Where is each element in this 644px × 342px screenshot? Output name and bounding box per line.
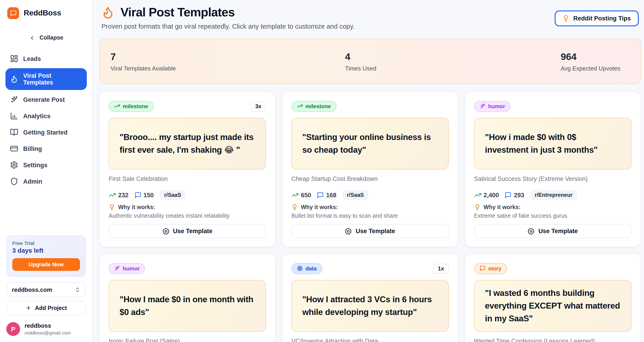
reddit-posting-tips-button[interactable]: Reddit Posting Tips <box>555 10 638 26</box>
upgrade-now-button[interactable]: Upgrade Now <box>12 258 80 271</box>
template-quote: "I wasted 6 months building everything E… <box>485 287 620 325</box>
quote-box: "How I made $0 in one month with $0 ads" <box>109 280 266 332</box>
uses-count-badge: 3x <box>251 101 266 111</box>
template-card[interactable]: data 1x "How I attracted 3 VCs in 6 hour… <box>282 254 458 342</box>
stat-value: 964 <box>560 51 620 62</box>
trending-up-icon <box>474 191 481 198</box>
category-badge: humor <box>109 263 145 274</box>
trial-label: Free Trial <box>12 240 80 246</box>
flame-icon <box>102 6 114 19</box>
project-select-value: reddboss.com <box>12 286 52 293</box>
brand-name: ReddBoss <box>24 9 61 18</box>
comments-stat: 150 <box>134 192 154 198</box>
card-stats-row: 650 168 r/SaaS <box>292 190 449 200</box>
category-badge: humor <box>474 101 510 112</box>
sidebar-item-viral-post-templates[interactable]: Viral Post Templates <box>6 68 87 90</box>
user-name: reddboss <box>24 322 71 329</box>
trending-up-icon <box>109 191 116 198</box>
lightbulb-icon <box>562 15 569 22</box>
project-select[interactable]: reddboss.com <box>6 282 86 297</box>
use-template-button[interactable]: Use Template <box>109 224 266 238</box>
sidebar-item-getting-started[interactable]: Getting Started <box>6 126 87 139</box>
card-stats-row: 232 150 r/SaaS <box>109 190 266 200</box>
stat-value: 4 <box>345 51 561 62</box>
chat-bubble-icon <box>10 10 16 16</box>
stat-avg-expected-upvotes: 964 Avg Expected Upvotes <box>560 51 620 72</box>
uses-count-badge: 1x <box>434 263 449 273</box>
add-project-button[interactable]: Add Project <box>6 301 86 315</box>
stat-value: 7 <box>110 51 345 62</box>
collapse-label: Collapse <box>40 34 63 41</box>
comments-stat: 168 <box>317 192 336 198</box>
plus-icon <box>26 305 31 311</box>
template-quote: "How I attracted 3 VCs in 6 hours while … <box>302 293 438 318</box>
message-square-icon <box>480 266 485 271</box>
quote-box: "How I attracted 3 VCs in 6 hours while … <box>292 280 449 332</box>
subreddit-badge: r/SaaS <box>342 190 368 200</box>
chevrons-up-down-icon <box>74 286 80 292</box>
comment-icon <box>505 192 512 198</box>
gear-icon <box>10 161 18 169</box>
template-title: First Sale Celebration <box>109 176 266 182</box>
sidebar-item-generate-post[interactable]: Generate Post <box>6 93 87 106</box>
category-badge: milestone <box>109 101 154 112</box>
chevron-left-icon <box>29 35 35 41</box>
category-badge: story <box>474 263 507 274</box>
subreddit-badge: r/SaaS <box>160 190 186 200</box>
sparkles-icon <box>480 103 485 109</box>
sidebar-nav: Leads Viral Post Templates Generate Post… <box>6 52 87 188</box>
stat-times-used: 4 Times Used <box>345 51 561 72</box>
why-it-works-row: Why it works: <box>474 204 631 210</box>
card-stats-row: 2,400 293 r/Entrepreneur <box>474 190 631 200</box>
avatar: P <box>6 322 20 336</box>
template-quote: "How I made $0 in one month with $0 ads" <box>120 293 255 318</box>
sidebar: ReddBoss Collapse Leads Viral Post Templ… <box>0 0 93 342</box>
stat-viral-templates-available: 7 Viral Templates Available <box>110 51 345 72</box>
user-email: reddboss@gmail.com <box>24 330 71 336</box>
use-template-button[interactable]: Use Template <box>474 224 631 238</box>
template-card[interactable]: milestone "Starting your online business… <box>282 91 458 247</box>
sparkles-icon <box>10 96 18 104</box>
badge-row: humor <box>474 100 631 112</box>
sidebar-item-analytics[interactable]: Analytics <box>6 109 87 123</box>
badge-row: humor <box>109 263 266 274</box>
template-title: Wasted Time Confession (Lessons Learned) <box>474 338 631 342</box>
why-it-works-text: Extreme satire of fake success gurus <box>474 213 631 219</box>
why-it-works-row: Why it works: <box>109 204 266 210</box>
template-title: Ironic Failure Post (Satire) <box>109 338 266 342</box>
title-block: Viral Post Templates Proven post formats… <box>99 6 354 30</box>
trending-up-icon <box>114 103 120 109</box>
template-card[interactable]: humor "How i made $0 with 0$ investment … <box>464 91 641 247</box>
circle-dot-icon <box>162 228 169 235</box>
collapse-button[interactable]: Collapse <box>6 34 87 41</box>
template-card[interactable]: milestone 3x "Brooo.... my startup just … <box>99 91 276 247</box>
user-menu[interactable]: P reddboss reddboss@gmail.com <box>6 322 87 336</box>
sidebar-item-leads[interactable]: Leads <box>6 52 87 66</box>
lightbulb-icon <box>474 204 480 210</box>
template-title: Satirical Success Story (Extreme Version… <box>474 176 631 182</box>
sidebar-item-settings[interactable]: Settings <box>6 158 87 172</box>
upvotes-stat: 2,400 <box>474 191 499 198</box>
trending-up-icon <box>292 191 299 198</box>
upvotes-stat: 232 <box>109 191 128 198</box>
templates-grid: milestone 3x "Brooo.... my startup just … <box>99 91 641 342</box>
use-template-button[interactable]: Use Template <box>292 224 449 238</box>
comments-stat: 293 <box>505 192 524 198</box>
comment-icon <box>317 192 324 198</box>
trial-days-left: 3 days left <box>12 246 80 254</box>
stat-label: Viral Templates Available <box>110 65 345 72</box>
target-icon <box>297 266 303 271</box>
sidebar-item-billing[interactable]: Billing <box>6 142 87 156</box>
brand: ReddBoss <box>6 7 87 19</box>
layout-grid-icon <box>10 54 18 63</box>
circle-dot-icon <box>528 228 535 235</box>
template-card[interactable]: humor "How I made $0 in one month with $… <box>99 254 276 342</box>
circle-dot-icon <box>345 228 352 235</box>
comment-icon <box>134 192 141 198</box>
stats-bar: 7 Viral Templates Available 4 Times Used… <box>99 39 641 84</box>
template-title: Cheap Startup Cost Breakdown <box>292 176 449 182</box>
template-quote: "How i made $0 with 0$ investment in jus… <box>485 131 620 156</box>
template-title: VC/Investor Attraction with Data <box>292 338 449 342</box>
sidebar-item-admin[interactable]: Admin <box>6 174 87 188</box>
template-card[interactable]: story "I wasted 6 months building everyt… <box>464 254 641 342</box>
